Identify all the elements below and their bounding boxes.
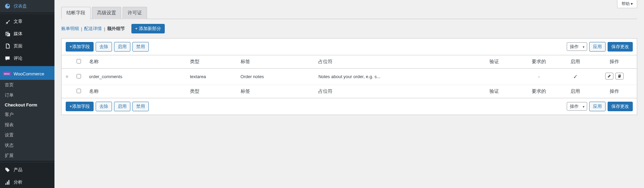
products-icon	[4, 167, 11, 173]
tabs: 结帐字段 高级设置 许可证	[61, 7, 637, 19]
chevron-down-icon: ▾	[631, 1, 633, 6]
bulk-action-select-bottom[interactable]: 操作	[567, 103, 587, 110]
tf-required: 要求的	[519, 85, 559, 98]
submenu-reports[interactable]: 报表	[0, 120, 54, 130]
save-button-bottom[interactable]: 保存更改	[608, 102, 633, 111]
dashboard-icon	[4, 3, 11, 10]
menu-label: WooCommerce	[14, 71, 44, 76]
th-placeholder: 占位符	[314, 55, 469, 69]
tf-actions: 操作	[592, 85, 637, 98]
menu-posts[interactable]: 文章	[0, 14, 54, 28]
menu-label: 评论	[14, 55, 22, 61]
remove-button-bottom[interactable]: 去除	[96, 102, 112, 111]
submenu-checkout-form[interactable]: Checkout Form	[0, 100, 54, 110]
disable-button-top[interactable]: 禁用	[132, 42, 149, 52]
tf-name: 名称	[85, 85, 186, 98]
tf-type: 类型	[186, 85, 237, 98]
fields-table: 名称 类型 标签 占位符 验证 要求的 启用 操作 ≡ order_commen…	[62, 55, 637, 98]
subnav-billing[interactable]: 账单明细	[61, 26, 79, 32]
pin-icon	[4, 18, 11, 25]
add-field-button-bottom[interactable]: +添加字段	[66, 102, 94, 111]
apply-button-top[interactable]: 应用	[589, 42, 606, 52]
th-actions: 操作	[592, 55, 637, 69]
menu-label: 文章	[14, 18, 22, 25]
th-name: 名称	[85, 55, 186, 69]
row-name: order_comments	[85, 69, 186, 85]
drag-handle[interactable]: ≡	[62, 69, 73, 85]
table-row: ≡ order_comments textarea Order notes No…	[62, 69, 637, 85]
select-all-bottom[interactable]	[77, 89, 81, 93]
comment-icon	[4, 55, 11, 62]
row-label: Order notes	[237, 69, 315, 85]
menu-media[interactable]: 媒体	[0, 28, 54, 40]
menu-analytics[interactable]: 分析	[0, 176, 54, 188]
tab-checkout-fields[interactable]: 结帐字段	[61, 7, 91, 19]
th-validate: 验证	[469, 55, 519, 69]
menu-label: 分析	[14, 179, 22, 185]
apply-button-bottom[interactable]: 应用	[589, 102, 606, 111]
media-icon	[4, 30, 11, 37]
edit-row-button[interactable]	[605, 73, 613, 79]
menu-pages[interactable]: 页面	[0, 40, 54, 52]
row-enabled: ✓	[559, 69, 592, 85]
tf-label: 标签	[237, 85, 315, 98]
disable-button-bottom[interactable]: 禁用	[132, 102, 149, 111]
menu-products[interactable]: 产品	[0, 162, 54, 176]
submenu-status[interactable]: 状态	[0, 140, 54, 150]
tf-validate: 验证	[469, 85, 519, 98]
row-required: -	[519, 69, 559, 85]
row-placeholder: Notes about your order, e.g. s...	[314, 69, 469, 85]
subnav-additional: 额外细节	[107, 26, 125, 32]
menu-comments[interactable]: 评论	[0, 52, 54, 64]
menu-label: 页面	[14, 43, 22, 49]
tf-enabled: 启用	[559, 85, 592, 98]
save-button-top[interactable]: 保存更改	[608, 42, 633, 52]
subnav: 账单明细 | 配送详情 | 额外细节 + 添加新部分	[61, 24, 637, 33]
submenu-home[interactable]: 首页	[0, 80, 54, 90]
row-checkbox[interactable]	[77, 74, 81, 78]
th-required: 要求的	[519, 55, 559, 69]
remove-button-top[interactable]: 去除	[96, 42, 112, 52]
bulk-action-select-top[interactable]: 操作	[567, 44, 587, 50]
enable-button-bottom[interactable]: 启用	[114, 102, 130, 111]
row-validate	[469, 69, 519, 85]
analytics-icon	[4, 179, 11, 186]
menu-label: 媒体	[14, 31, 22, 37]
menu-label: 产品	[14, 167, 22, 173]
submenu-extensions[interactable]: 扩展	[0, 150, 54, 161]
help-tab[interactable]: 帮助 ▾	[617, 0, 637, 8]
subnav-shipping[interactable]: 配送详情	[84, 26, 102, 32]
menu-woocommerce[interactable]: woo WooCommerce	[0, 66, 54, 80]
tab-advanced[interactable]: 高级设置	[92, 7, 121, 19]
enable-button-top[interactable]: 启用	[114, 42, 130, 52]
add-field-button-top[interactable]: +添加字段	[66, 42, 94, 52]
submenu-orders[interactable]: 订单	[0, 90, 54, 100]
menu-dashboard[interactable]: 仪表盘	[0, 0, 54, 12]
page-icon	[4, 43, 11, 49]
submenu-customers[interactable]: 客户	[0, 110, 54, 120]
copy-row-button[interactable]	[615, 73, 624, 79]
th-label: 标签	[237, 55, 315, 69]
woocommerce-icon: woo	[4, 70, 11, 77]
select-all-top[interactable]	[77, 59, 81, 63]
tab-license[interactable]: 许可证	[123, 7, 147, 19]
add-section-button[interactable]: + 添加新部分	[131, 24, 165, 33]
menu-label: 仪表盘	[14, 3, 27, 9]
fields-panel: +添加字段 去除 启用 禁用 操作 应用 保存更改 名称 类型 标签 占位符	[61, 38, 637, 115]
submenu-settings[interactable]: 设置	[0, 130, 54, 140]
row-type: textarea	[186, 69, 237, 85]
tf-placeholder: 占位符	[314, 85, 469, 98]
th-type: 类型	[186, 55, 237, 69]
th-enabled: 启用	[559, 55, 592, 69]
